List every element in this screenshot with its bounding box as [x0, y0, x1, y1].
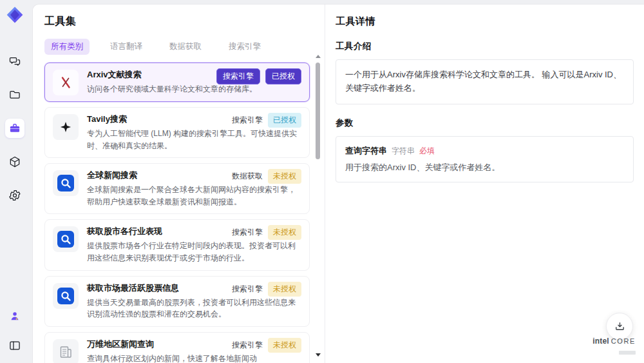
- folder-icon: [8, 88, 21, 101]
- tool-card-active-stocks[interactable]: 获取市场最活跃股票信息 搜索引擎 未授权 提供当天交易量最高的股票列表，投资者可…: [44, 276, 310, 327]
- tool-detail-panel: 工具详情 工具介绍 一个用于从Arxiv存储库搜索科学论文和文章的工具。 输入可…: [325, 5, 644, 363]
- sidebar-item-collapse[interactable]: [5, 336, 24, 355]
- tool-description: 提供股票市场各个行业在特定时间段内的表现。投资者可以利用这些信息来识别表现优于或…: [87, 240, 301, 264]
- tool-card-regional-news[interactable]: 万维地区新闻查询 搜索引擎 未授权 查询具体行政区划内的新闻，快速了解各地新闻动: [44, 332, 310, 363]
- intro-text: 一个用于从Arxiv存储库搜索科学论文和文章的工具。 输入可以是Arxiv ID…: [345, 68, 624, 95]
- auth-status-badge: 未授权: [268, 169, 301, 184]
- sidebar-bottom: [5, 306, 24, 355]
- stock-search-icon: [53, 226, 79, 252]
- param-box: 查询字符串 字符串 必填 用于搜索的Arxiv ID、关键字或作者姓名。: [336, 136, 634, 182]
- auth-status-badge: 未授权: [268, 338, 301, 353]
- tavily-star-icon: [53, 114, 79, 140]
- sidebar-item-account[interactable]: [5, 306, 24, 326]
- tool-card-tavily[interactable]: Tavily搜索 搜索引擎 已授权 专为人工智能代理 (LLM) 构建的搜索引擎…: [44, 107, 310, 158]
- auth-status-badge: 已授权: [268, 113, 301, 128]
- tab-all-categories[interactable]: 所有类别: [44, 39, 90, 55]
- brand-core: CORE: [611, 337, 636, 345]
- param-name: 查询字符串: [345, 145, 387, 157]
- intro-box: 一个用于从Arxiv存储库搜索科学论文和文章的工具。 输入可以是Arxiv ID…: [336, 59, 634, 104]
- sidebar-item-settings[interactable]: [5, 186, 24, 205]
- main-panel: 工具集 所有类别 语言翻译 数据获取 搜索引擎 Arxiv文献搜索 搜索: [32, 4, 644, 363]
- auth-status-badge: 已授权: [265, 68, 301, 84]
- cube-icon: [8, 155, 21, 168]
- scrollbar-down-arrow[interactable]: [316, 353, 321, 357]
- sidebar-item-chat[interactable]: [5, 52, 24, 71]
- category-label: 搜索引擎: [232, 227, 263, 238]
- tool-list-panel: 工具集 所有类别 语言翻译 数据获取 搜索引擎 Arxiv文献搜索 搜索: [33, 5, 325, 363]
- tab-language-translation[interactable]: 语言翻译: [104, 39, 149, 55]
- auth-status-badge: 未授权: [268, 282, 301, 297]
- app-sidebar: [0, 0, 30, 363]
- category-label: 数据获取: [232, 171, 263, 182]
- sidebar-item-tools[interactable]: [5, 119, 24, 138]
- user-icon: [8, 309, 21, 322]
- arxiv-icon: [53, 70, 79, 95]
- scrollbar-up-arrow[interactable]: [316, 55, 321, 58]
- brand-sub-mark: [619, 351, 636, 355]
- category-tabs: 所有类别 语言翻译 数据获取 搜索引擎: [44, 39, 325, 55]
- sidebar-item-models[interactable]: [5, 152, 24, 172]
- param-required-flag: 必填: [419, 146, 435, 157]
- tool-card-global-news[interactable]: 全球新闻搜索 数据获取 未授权 全球新闻搜索是一个聚合全球各大新闻网站内容的搜索…: [44, 163, 310, 214]
- download-button[interactable]: [606, 313, 633, 340]
- params-heading: 参数: [336, 117, 634, 129]
- tool-list: Arxiv文献搜索 搜索引擎 已授权 访问各个研究领域大量科学论文和文章的存储库…: [44, 63, 310, 363]
- tool-description: 提供当天交易量最高的股票列表，投资者可以利用这些信息来识别流动性强的股票和潜在的…: [87, 297, 301, 320]
- param-description: 用于搜索的Arxiv ID、关键字或作者姓名。: [345, 162, 624, 173]
- category-label: 搜索引擎: [232, 340, 263, 351]
- newspaper-icon: [53, 339, 79, 363]
- param-type: 字符串: [392, 146, 415, 157]
- tool-description: 专为人工智能代理 (LLM) 构建的搜索引擎工具。可快速提供实时、准确和真实的结…: [87, 128, 301, 152]
- briefcase-icon: [8, 122, 21, 135]
- tab-data-acquisition[interactable]: 数据获取: [163, 39, 208, 55]
- scrollbar-thumb[interactable]: [316, 63, 320, 159]
- sidebar-item-files[interactable]: [5, 85, 24, 104]
- intro-heading: 工具介绍: [336, 41, 634, 52]
- detail-title: 工具详情: [336, 15, 634, 28]
- tab-search-engine[interactable]: 搜索引擎: [222, 39, 267, 55]
- category-label: 搜索引擎: [232, 284, 263, 295]
- gear-icon: [8, 189, 21, 202]
- intel-core-logo: intelCORE: [592, 337, 636, 357]
- tool-card-arxiv[interactable]: Arxiv文献搜索 搜索引擎 已授权 访问各个研究领域大量科学论文和文章的存储库…: [44, 63, 310, 102]
- category-label: 搜索引擎: [232, 115, 263, 126]
- scrollbar[interactable]: [315, 55, 321, 357]
- stock-search-icon: [53, 283, 79, 309]
- tool-card-stock-industry[interactable]: 获取股市各行业表现 搜索引擎 未授权 提供股票市场各个行业在特定时间段内的表现。…: [44, 219, 310, 270]
- auth-status-badge: 未授权: [268, 225, 301, 240]
- tool-description: 全球新闻搜索是一个聚合全球各大新闻网站内容的搜索引擎，帮助用户快速获取全球最新资…: [87, 184, 301, 208]
- chat-icon: [8, 55, 21, 68]
- tool-description: 查询具体行政区划内的新闻，快速了解各地新闻动: [87, 353, 301, 363]
- sidebar-nav: [5, 52, 24, 205]
- download-icon: [614, 320, 626, 333]
- tool-description: 访问各个研究领域大量科学论文和文章的存储库。: [87, 83, 301, 95]
- brand-intel: intel: [592, 337, 609, 346]
- panel-toggle-icon: [8, 339, 21, 352]
- category-badge: 搜索引擎: [216, 68, 260, 84]
- news-search-icon: [53, 170, 79, 196]
- app-logo-icon: [5, 5, 24, 25]
- page-title: 工具集: [44, 15, 325, 28]
